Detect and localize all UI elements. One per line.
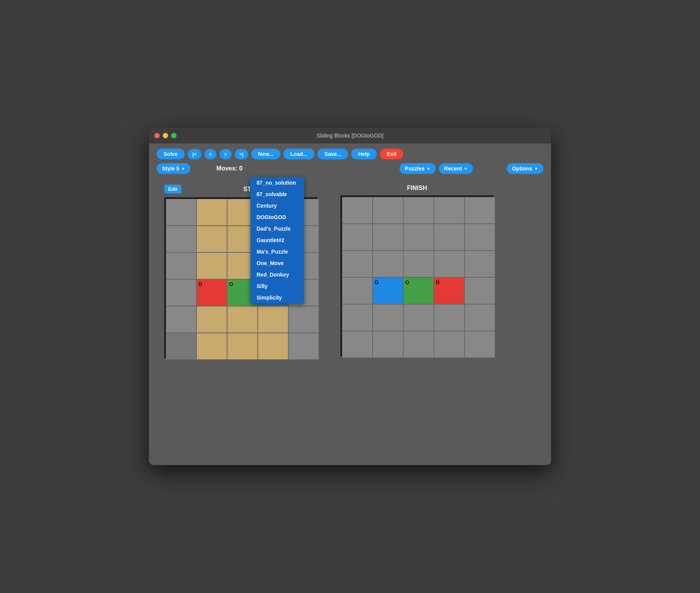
cell-5-2 xyxy=(227,333,258,360)
minimize-button[interactable] xyxy=(163,133,168,138)
fcell-5-2 xyxy=(403,331,434,358)
cell-5-0 xyxy=(166,333,196,360)
load-button[interactable]: Load... xyxy=(283,149,314,159)
cell-4-4 xyxy=(288,306,319,333)
main-content: Edit START xyxy=(149,177,551,366)
fcell-4-3 xyxy=(434,304,464,331)
fcell-1-4 xyxy=(464,224,495,251)
fcell-5-1 xyxy=(373,331,403,358)
new-button[interactable]: New... xyxy=(251,149,280,159)
last-button[interactable]: >| xyxy=(235,149,248,159)
toolbar-row-1: Solve |< < > >| New... Load... Save... H… xyxy=(157,149,543,159)
menu-item-gauntlet2[interactable]: Gauntlet#2 xyxy=(250,234,304,246)
fcell-4-1 xyxy=(373,304,403,331)
fcell-1-2 xyxy=(403,224,434,251)
toolbar-row-2: Style 5 Moves: 0 Puzzles Recent Options … xyxy=(157,163,543,174)
menu-item-one-move[interactable]: One_Move xyxy=(250,257,304,269)
cell-3-0 xyxy=(166,279,196,306)
fcell-2-4 xyxy=(464,251,495,277)
cell-4-3 xyxy=(258,306,288,333)
fcell-0-2 xyxy=(403,197,434,224)
finish-section: FINISH xyxy=(340,185,494,356)
menu-item-dogtogod[interactable]: DOGtoGOD xyxy=(250,211,304,223)
prev-button[interactable]: < xyxy=(204,149,217,159)
menu-item-87-solvable[interactable]: 87_solvable xyxy=(250,188,304,200)
style-dropdown[interactable]: Style 5 xyxy=(157,163,190,174)
fcell-5-0 xyxy=(342,331,373,358)
fcell-3-4 xyxy=(464,277,495,304)
fcell-4-2 xyxy=(403,304,434,331)
save-button[interactable]: Save... xyxy=(317,149,348,159)
menu-item-dads-puzzle[interactable]: Dad's_Puzzle xyxy=(250,223,304,234)
finish-header: FINISH xyxy=(340,185,494,192)
fcell-3-3-red-D: D xyxy=(434,277,464,304)
fcell-0-3 xyxy=(434,197,464,224)
menu-item-87-no-solution[interactable]: 87_no_solution xyxy=(250,177,304,188)
fcell-2-0 xyxy=(342,251,373,277)
cell-5-1 xyxy=(196,333,227,360)
menu-item-mas-puzzle[interactable]: Ma's_Puzzle xyxy=(250,246,304,257)
edit-button[interactable]: Edit xyxy=(164,185,182,193)
puzzles-dropdown[interactable]: Puzzles xyxy=(399,163,435,174)
fcell-0-4 xyxy=(464,197,495,224)
solve-button[interactable]: Solve xyxy=(157,149,185,159)
next-button[interactable]: > xyxy=(219,149,232,159)
fcell-5-4 xyxy=(464,331,495,358)
fcell-3-1-blue-G: G xyxy=(373,277,403,304)
cell-1-1 xyxy=(196,226,227,252)
maximize-button[interactable] xyxy=(171,133,177,138)
cell-4-0 xyxy=(166,306,196,333)
fcell-2-3 xyxy=(434,251,464,277)
puzzles-menu: 87_no_solution 87_solvable Century DOGto… xyxy=(250,177,304,303)
titlebar: Sliding Blocks [DOGtoGOD] xyxy=(149,128,551,143)
fcell-4-0 xyxy=(342,304,373,331)
menu-item-simplicity[interactable]: Simplicity xyxy=(250,292,304,303)
finish-board: G O D xyxy=(340,195,494,356)
cell-2-1 xyxy=(196,252,227,279)
cell-5-3 xyxy=(258,333,288,360)
fcell-5-3 xyxy=(434,331,464,358)
fcell-2-2 xyxy=(403,251,434,277)
cell-5-4 xyxy=(288,333,319,360)
fcell-1-1 xyxy=(373,224,403,251)
cell-4-2 xyxy=(227,306,258,333)
toolbar: Solve |< < > >| New... Load... Save... H… xyxy=(149,143,551,177)
moves-display: Moves: 0 xyxy=(216,165,242,172)
window-controls xyxy=(154,133,177,138)
cell-1-0 xyxy=(166,226,196,252)
fcell-0-1 xyxy=(373,197,403,224)
cell-3-1-red-D[interactable]: D xyxy=(196,279,227,306)
finish-label: FINISH xyxy=(340,185,494,192)
fcell-1-3 xyxy=(434,224,464,251)
menu-item-century[interactable]: Century xyxy=(250,200,304,211)
fcell-3-2-green-O: O xyxy=(403,277,434,304)
menu-item-silly[interactable]: Silly xyxy=(250,280,304,292)
menu-item-red-donkey[interactable]: Red_Donkey xyxy=(250,269,304,280)
fcell-0-0 xyxy=(342,197,373,224)
close-button[interactable] xyxy=(154,133,160,138)
window-title: Sliding Blocks [DOGtoGOD] xyxy=(317,133,383,139)
exit-button[interactable]: Exit xyxy=(380,149,404,159)
cell-2-0 xyxy=(166,252,196,279)
app-window: Sliding Blocks [DOGtoGOD] Solve |< < > >… xyxy=(149,128,551,465)
fcell-2-1 xyxy=(373,251,403,277)
cell-4-1 xyxy=(196,306,227,333)
help-button[interactable]: Help xyxy=(351,149,376,159)
first-button[interactable]: |< xyxy=(188,149,201,159)
cell-0-1 xyxy=(196,199,227,226)
recent-dropdown[interactable]: Recent xyxy=(439,163,473,174)
fcell-3-0 xyxy=(342,277,373,304)
options-dropdown[interactable]: Options xyxy=(507,163,543,174)
cell-0-0 xyxy=(166,199,196,226)
fcell-1-0 xyxy=(342,224,373,251)
fcell-4-4 xyxy=(464,304,495,331)
